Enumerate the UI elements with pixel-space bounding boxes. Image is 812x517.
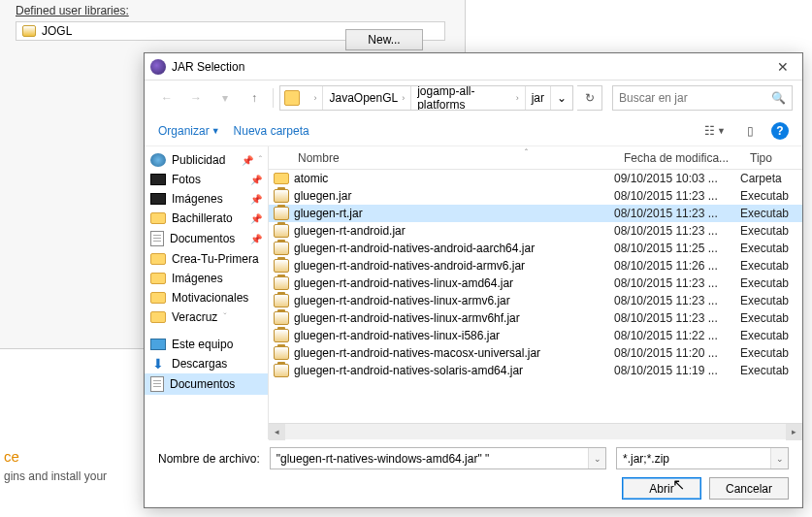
scroll-left[interactable]: ◂ — [269, 424, 285, 440]
search-input[interactable]: Buscar en jar 🔍 — [612, 85, 793, 111]
file-type: Executab — [740, 364, 802, 377]
dialog-title: JAR Selection — [172, 60, 769, 74]
file-row[interactable]: gluegen-rt-android-natives-android-armv6… — [269, 257, 802, 275]
sidebar-label: Este equipo — [172, 338, 233, 351]
sidebar-label: Publicidad — [172, 153, 225, 167]
sidebar-item[interactable]: Imágenes — [145, 269, 268, 288]
filter-value: *.jar;*.zip — [623, 452, 669, 466]
file-type: Executab — [740, 207, 802, 220]
file-row[interactable]: gluegen-rt-android-natives-solaris-amd64… — [269, 362, 802, 379]
titlebar: JAR Selection ✕ — [145, 53, 802, 81]
file-row[interactable]: gluegen-rt-android-natives-android-aarch… — [269, 240, 802, 257]
preview-pane-button[interactable]: ▯ — [743, 122, 758, 140]
file-type: Executab — [740, 329, 802, 342]
sidebar-label: Motivacionales — [172, 291, 248, 305]
sidebar-item[interactable]: Publicidad📌ˆ — [145, 150, 268, 170]
file-date: 08/10/2015 11:25 ... — [614, 242, 740, 255]
breadcrumb-bar[interactable]: › JavaOpenGL› jogamp-all-platforms› jar … — [279, 85, 573, 111]
breadcrumb-1[interactable]: JavaOpenGL› — [323, 86, 411, 110]
file-type: Executab — [740, 311, 802, 325]
cancel-button[interactable]: Cancelar — [709, 477, 789, 500]
defined-libs-label: Defined user libraries: — [16, 4, 129, 17]
new-library-button[interactable]: New... — [345, 29, 423, 50]
col-date[interactable]: Fecha de modifica... — [614, 151, 740, 165]
file-name: gluegen-rt-android-natives-macosx-univer… — [294, 346, 614, 360]
file-row[interactable]: gluegen-rt-android-natives-linux-i586.ja… — [269, 327, 802, 344]
file-row[interactable]: gluegen.jar08/10/2015 11:23 ...Executab — [269, 187, 802, 205]
breadcrumb-dropdown[interactable]: ⌄ — [551, 86, 572, 110]
col-type[interactable]: Tipo — [740, 151, 802, 165]
filename-row: Nombre de archivo: "gluegen-rt-natives-w… — [158, 447, 789, 469]
file-date: 08/10/2015 11:23 ... — [614, 311, 740, 325]
filename-input[interactable]: "gluegen-rt-natives-windows-amd64.jar" "… — [270, 447, 606, 469]
file-name: gluegen-rt-android-natives-linux-armv6.j… — [294, 294, 614, 307]
recent-dropdown[interactable]: ▾ — [212, 85, 238, 111]
file-date: 08/10/2015 11:22 ... — [614, 329, 740, 342]
sidebar-item[interactable]: Documentos📌 — [145, 228, 268, 249]
sidebar-item[interactable]: Este equipo — [145, 335, 268, 354]
view-mode-button[interactable]: ☷ ▼ — [700, 122, 730, 140]
computer-icon — [150, 339, 166, 350]
breadcrumb-2[interactable]: jogamp-all-platforms› — [411, 86, 525, 110]
dialog-body: Publicidad📌ˆFotos📌Imágenes📌Bachillerato📌… — [145, 146, 802, 439]
jar-icon — [269, 207, 294, 220]
organize-menu[interactable]: Organizar ▼ — [158, 124, 220, 138]
col-name[interactable]: Nombre — [269, 151, 614, 165]
pin-icon: 📌 — [250, 194, 262, 205]
pin-icon: 📌 — [250, 175, 262, 185]
breadcrumb-root[interactable]: › — [304, 86, 323, 110]
file-row[interactable]: gluegen-rt-android-natives-linux-amd64.j… — [269, 275, 802, 292]
file-type: Executab — [740, 224, 802, 238]
sidebar-item[interactable]: Documentos — [145, 373, 268, 395]
file-date: 08/10/2015 11:23 ... — [614, 276, 740, 290]
file-date: 08/10/2015 11:23 ... — [614, 207, 740, 220]
file-row[interactable]: gluegen-rt-android.jar08/10/2015 11:23 .… — [269, 222, 802, 240]
folder-icon — [150, 253, 166, 265]
file-name: gluegen-rt-android-natives-android-armv6… — [294, 259, 614, 273]
sidebar-item[interactable]: Fotos📌 — [145, 170, 268, 189]
new-folder-button[interactable]: Nueva carpeta — [234, 124, 309, 138]
file-row[interactable]: gluegen-rt.jar08/10/2015 11:23 ...Execut… — [269, 205, 802, 222]
sidebar-item[interactable]: Imágenes📌 — [145, 189, 268, 209]
file-date: 08/10/2015 11:23 ... — [614, 294, 740, 307]
up-button[interactable]: ↑ — [242, 85, 267, 111]
sidebar-label: Descargas — [172, 357, 227, 371]
file-date: 08/10/2015 11:23 ... — [614, 189, 740, 203]
breadcrumb-3[interactable]: jar — [526, 86, 551, 110]
close-button[interactable]: ✕ — [769, 59, 796, 75]
marketplace-fragment-2: gins and install your — [4, 469, 107, 483]
filetype-filter[interactable]: *.jar;*.zip ⌄ — [616, 447, 789, 469]
forward-button[interactable]: → — [183, 85, 209, 111]
sidebar-item[interactable]: Veracruzˇ — [145, 307, 268, 327]
sidebar-label: Crea-Tu-Primera — [172, 252, 259, 266]
jar-icon — [269, 294, 294, 307]
column-headers[interactable]: ˆ Nombre Fecha de modifica... Tipo — [269, 146, 802, 170]
filter-dropdown[interactable]: ⌄ — [770, 448, 788, 469]
sidebar-label: Documentos — [170, 232, 235, 245]
nav-row: ← → ▾ ↑ › JavaOpenGL› jogamp-all-platfor… — [145, 81, 802, 115]
file-row[interactable]: atomic09/10/2015 10:03 ...Carpeta — [269, 170, 802, 187]
back-button[interactable]: ← — [154, 85, 179, 111]
scroll-right[interactable]: ▸ — [786, 424, 802, 440]
sidebar-item[interactable]: Crea-Tu-Primera — [145, 249, 268, 269]
file-row[interactable]: gluegen-rt-android-natives-macosx-univer… — [269, 344, 802, 362]
sidebar-item[interactable]: Bachillerato📌 — [145, 209, 268, 228]
help-button[interactable]: ? — [771, 122, 789, 140]
file-row[interactable]: gluegen-rt-android-natives-linux-armv6hf… — [269, 309, 802, 327]
download-icon: ⬇ — [150, 358, 166, 370]
refresh-button[interactable]: ↻ — [577, 85, 602, 111]
sidebar-item[interactable]: Motivacionales — [145, 288, 268, 307]
file-row[interactable]: gluegen-rt-android-natives-linux-armv6.j… — [269, 292, 802, 309]
sidebar-item[interactable]: ⬇Descargas — [145, 354, 268, 373]
open-button[interactable]: Abrir — [622, 477, 701, 500]
folder-icon — [150, 292, 166, 304]
pin-icon: 📌 — [242, 155, 253, 166]
file-name: gluegen-rt-android-natives-android-aarch… — [294, 242, 614, 255]
jar-icon — [269, 346, 294, 360]
filename-dropdown[interactable]: ⌄ — [588, 448, 605, 469]
file-name: atomic — [294, 172, 614, 185]
file-type: Executab — [740, 346, 802, 360]
file-date: 08/10/2015 11:26 ... — [614, 259, 740, 273]
folder-icon — [150, 273, 166, 284]
h-scrollbar[interactable]: ◂ ▸ — [269, 423, 802, 439]
